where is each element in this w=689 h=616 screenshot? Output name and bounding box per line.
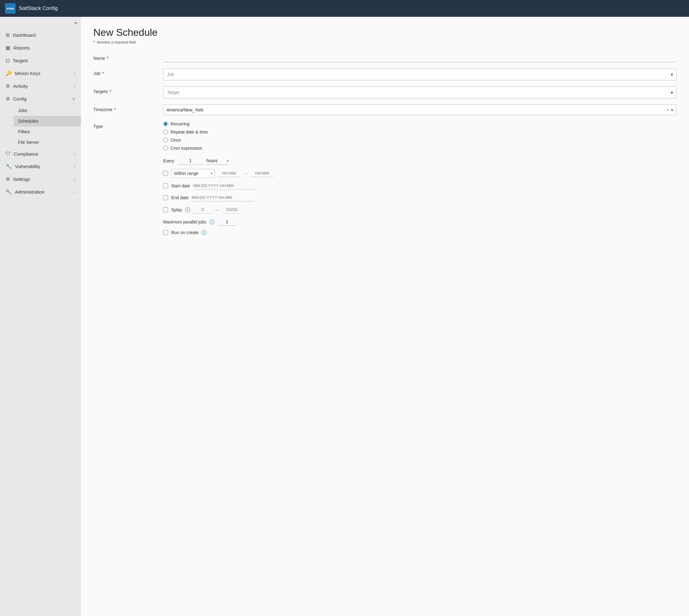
job-select-wrapper: Job ▾ xyxy=(163,68,676,80)
max-parallel-input[interactable] xyxy=(218,218,236,226)
asterisk: * xyxy=(93,40,95,45)
timezone-value: America/New_York xyxy=(166,107,667,112)
job-select[interactable]: Job xyxy=(163,69,676,80)
every-value-input[interactable] xyxy=(178,157,203,164)
sidebar-item-settings[interactable]: ⚙ Settings › xyxy=(0,173,81,185)
sidebar-item-label: Config xyxy=(13,96,26,102)
sidebar-item-label: Reports xyxy=(14,45,30,50)
type-field: Recurring Repeat date & time Once Cron e… xyxy=(163,122,676,151)
splay-label: Splay xyxy=(171,207,182,212)
targets-field: Target ▾ xyxy=(163,87,676,98)
sidebar-sub-item-jobs[interactable]: Jobs xyxy=(14,105,81,116)
start-date-input[interactable] xyxy=(193,182,255,190)
form-row-job: Job * Job ▾ xyxy=(93,68,676,80)
timezone-label: Timezone * xyxy=(93,105,156,112)
vmw-logo: vmw xyxy=(5,3,16,14)
sidebar-item-label: Activity xyxy=(13,83,28,89)
administration-icon: 🔧 xyxy=(6,189,12,195)
repeat-date-time-radio[interactable] xyxy=(163,130,168,134)
sidebar-item-minion-keys[interactable]: 🔑 Minion Keys › xyxy=(0,67,81,80)
sidebar-item-compliance[interactable]: 🛡 Compliance › xyxy=(0,148,81,160)
sidebar-item-label: Minion Keys xyxy=(15,71,41,76)
time-from-input[interactable] xyxy=(218,170,240,177)
sidebar-item-label: Settings xyxy=(13,176,30,182)
within-range-checkbox[interactable] xyxy=(163,171,168,176)
config-icon: ⚙ xyxy=(6,96,10,102)
max-parallel-info-icon[interactable]: i xyxy=(209,219,215,224)
splay-unit-input[interactable] xyxy=(223,206,241,214)
chevron-down-icon: ∨ xyxy=(72,96,75,101)
sidebar-item-vulnerability[interactable]: 🔧 Vulnerability › xyxy=(0,160,81,173)
within-range-row: Within range ▾ — xyxy=(163,169,676,178)
run-on-create-info-icon[interactable]: i xyxy=(202,230,207,235)
compliance-icon: 🛡 xyxy=(6,151,10,157)
within-range-select[interactable]: Within range xyxy=(174,171,204,176)
main-content: New Schedule * denotes a required field … xyxy=(81,17,689,616)
form-row-type: Type Recurring Repeat date & time Once xyxy=(93,122,676,151)
every-unit-select[interactable]: hours seconds minutes days weeks xyxy=(207,157,229,164)
target-select[interactable]: Target xyxy=(163,87,676,98)
splay-from-input[interactable] xyxy=(193,206,212,214)
start-date-checkbox[interactable] xyxy=(163,183,168,188)
sidebar-sub-item-file-server[interactable]: File Server xyxy=(14,137,81,148)
end-date-checkbox[interactable] xyxy=(163,195,168,200)
chevron-right-icon: › xyxy=(74,190,75,194)
sidebar-item-label: Vulnerability xyxy=(15,164,40,169)
splay-checkbox[interactable] xyxy=(163,207,168,212)
timezone-wrapper[interactable]: America/New_York × ▾ xyxy=(163,105,676,115)
run-on-create-checkbox[interactable] xyxy=(163,230,168,235)
name-input[interactable] xyxy=(163,53,676,62)
sidebar-sub-item-pillars[interactable]: Pillars xyxy=(14,126,81,137)
splay-info-icon[interactable]: i xyxy=(185,207,190,212)
run-on-create-label: Run on create xyxy=(171,230,199,235)
within-range-select-wrap: Within range ▾ xyxy=(171,169,215,178)
sidebar-item-dashboard[interactable]: ⊞ Dashboard xyxy=(0,29,81,41)
form-row-name: Name * xyxy=(93,53,676,62)
sidebar: « ⊞ Dashboard ▦ Reports ⊡ Targets 🔑 Mini… xyxy=(0,17,81,616)
chevron-right-icon: › xyxy=(74,71,75,75)
timezone-clear-button[interactable]: × xyxy=(667,107,669,112)
name-field xyxy=(163,53,676,62)
job-label: Job * xyxy=(93,68,156,76)
sidebar-item-administration[interactable]: 🔧 Administration › xyxy=(0,185,81,198)
splay-separator: — xyxy=(215,207,219,212)
max-parallel-label: Maximum parallel jobs xyxy=(163,219,206,224)
every-label: Every xyxy=(163,158,174,163)
name-label: Name * xyxy=(93,53,156,61)
sidebar-item-config[interactable]: ⚙ Config ∨ xyxy=(0,92,81,105)
type-option-repeat-date-time[interactable]: Repeat date & time xyxy=(163,130,676,134)
sidebar-collapse-button[interactable]: « xyxy=(74,20,77,25)
end-date-input[interactable] xyxy=(192,194,254,201)
sidebar-collapse-section: « xyxy=(0,17,81,29)
sidebar-item-label: Compliance xyxy=(14,151,38,157)
chevron-right-icon: › xyxy=(74,164,75,169)
sidebar-item-reports[interactable]: ▦ Reports xyxy=(0,41,81,54)
dashboard-icon: ⊞ xyxy=(6,32,10,38)
time-to-input[interactable] xyxy=(251,170,273,177)
page-title: New Schedule xyxy=(93,27,676,38)
every-unit-select-wrap: hours seconds minutes days weeks xyxy=(207,157,229,164)
sidebar-item-targets[interactable]: ⊡ Targets xyxy=(0,54,81,67)
type-radio-group: Recurring Repeat date & time Once Cron e… xyxy=(163,122,676,151)
once-radio[interactable] xyxy=(163,137,168,142)
sidebar-item-label: Administration xyxy=(15,189,45,195)
required-note: * denotes a required field xyxy=(93,40,676,45)
cron-expression-radio[interactable] xyxy=(163,146,168,151)
recurring-radio[interactable] xyxy=(163,122,168,126)
type-label: Type xyxy=(93,122,156,129)
type-option-cron-expression[interactable]: Cron expression xyxy=(163,146,676,151)
sidebar-sub-item-schedules[interactable]: Schedules xyxy=(14,116,81,126)
type-option-recurring[interactable]: Recurring xyxy=(163,122,676,126)
activity-icon: ⚙ xyxy=(6,83,10,89)
type-option-once[interactable]: Once xyxy=(163,137,676,142)
reports-icon: ▦ xyxy=(6,45,10,51)
scheduler-section: Every hours seconds minutes days weeks xyxy=(93,157,676,235)
targets-icon: ⊡ xyxy=(6,58,10,64)
sidebar-item-activity[interactable]: ⚙ Activity › xyxy=(0,80,81,92)
form-row-targets: Targets * Target ▾ xyxy=(93,87,676,98)
topbar: vmw SaltStack Config xyxy=(0,0,689,17)
target-select-wrapper: Target ▾ xyxy=(163,87,676,98)
start-date-row: Start date xyxy=(163,182,676,190)
main-layout: « ⊞ Dashboard ▦ Reports ⊡ Targets 🔑 Mini… xyxy=(0,17,689,616)
scheduler-inner: Every hours seconds minutes days weeks xyxy=(93,157,676,235)
